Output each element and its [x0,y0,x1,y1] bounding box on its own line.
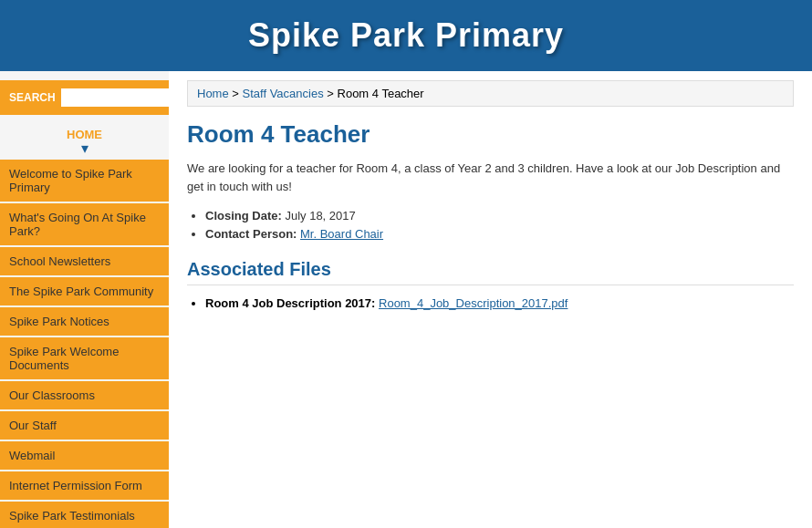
files-list: Room 4 Job Description 2017: Room_4_Job_… [187,296,794,310]
home-link[interactable]: HOME [0,128,169,141]
search-bar: SEARCH › [0,80,169,115]
sidebar-item-3[interactable]: The Spike Park Community [0,277,169,305]
sidebar-item-8[interactable]: Webmail [0,441,169,470]
home-arrow-icon: ▾ [0,141,169,156]
contact-person-item: Contact Person: Mr. Board Chair [205,227,794,241]
sidebar-item-1[interactable]: What's Going On At Spike Park? [0,203,169,245]
search-label: SEARCH [9,91,56,104]
home-nav: HOME ▾ [0,122,169,158]
closing-date-label: Closing Date: [205,209,282,223]
site-header: Spike Park Primary [0,0,812,71]
page-title: Room 4 Teacher [187,120,794,149]
breadcrumb-home[interactable]: Home [197,87,229,100]
associated-files-title: Associated Files [187,259,794,285]
sidebar-item-5[interactable]: Spike Park Welcome Documents [0,337,169,379]
breadcrumb: Home > Staff Vacancies > Room 4 Teacher [187,80,794,107]
sidebar-item-9[interactable]: Internet Permission Form [0,471,169,500]
sidebar-item-0[interactable]: Welcome to Spike Park Primary [0,160,169,202]
sidebar-item-4[interactable]: Spike Park Notices [0,307,169,336]
contact-label: Contact Person: [205,227,297,241]
sidebar-item-7[interactable]: Our Staff [0,411,169,440]
sidebar: SEARCH › HOME ▾ Welcome to Spike Park Pr… [0,71,169,528]
file-link[interactable]: Room_4_Job_Description_2017.pdf [379,296,567,310]
file-item: Room 4 Job Description 2017: Room_4_Job_… [205,296,794,310]
file-label: Room 4 Job Description 2017: [205,296,375,310]
contact-link[interactable]: Mr. Board Chair [300,227,383,241]
closing-date-item: Closing Date: July 18, 2017 [205,209,794,223]
sidebar-item-2[interactable]: School Newsletters [0,247,169,275]
site-title: Spike Park Primary [0,16,812,55]
details-list: Closing Date: July 18, 2017 Contact Pers… [187,209,794,241]
main-content: Home > Staff Vacancies > Room 4 Teacher … [169,71,812,528]
sidebar-item-6[interactable]: Our Classrooms [0,381,169,409]
breadcrumb-current: Room 4 Teacher [338,87,424,100]
breadcrumb-staff-vacancies[interactable]: Staff Vacancies [243,87,324,100]
sidebar-item-10[interactable]: Spike Park Testimonials [0,502,169,528]
page-description: We are looking for a teacher for Room 4,… [187,160,794,195]
sidebar-nav: Welcome to Spike Park PrimaryWhat's Goin… [0,160,169,528]
closing-date-value: July 18, 2017 [285,209,355,223]
